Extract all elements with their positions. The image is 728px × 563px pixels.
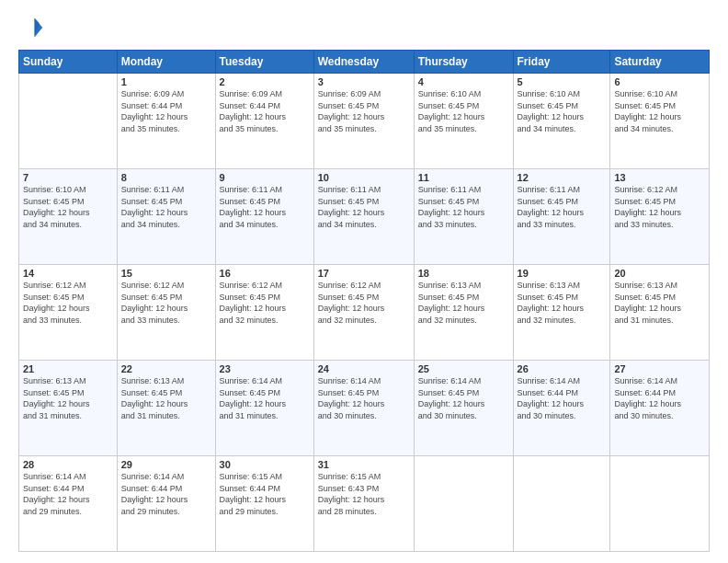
day-cell: 22Sunrise: 6:13 AM Sunset: 6:45 PM Dayli… xyxy=(117,361,215,456)
day-number: 1 xyxy=(121,76,211,87)
day-info: Sunrise: 6:15 AM Sunset: 6:43 PM Dayligh… xyxy=(318,471,410,517)
day-cell: 6Sunrise: 6:10 AM Sunset: 6:45 PM Daylig… xyxy=(610,74,710,169)
day-cell: 9Sunrise: 6:11 AM Sunset: 6:45 PM Daylig… xyxy=(215,169,313,265)
day-info: Sunrise: 6:12 AM Sunset: 6:45 PM Dayligh… xyxy=(318,280,410,326)
header-day-thursday: Thursday xyxy=(414,51,513,74)
day-cell: 14Sunrise: 6:12 AM Sunset: 6:45 PM Dayli… xyxy=(19,265,118,361)
day-number: 14 xyxy=(23,268,113,279)
day-cell: 29Sunrise: 6:14 AM Sunset: 6:44 PM Dayli… xyxy=(117,456,215,552)
day-cell: 4Sunrise: 6:10 AM Sunset: 6:45 PM Daylig… xyxy=(414,74,513,169)
day-info: Sunrise: 6:14 AM Sunset: 6:44 PM Dayligh… xyxy=(121,471,211,517)
day-info: Sunrise: 6:14 AM Sunset: 6:44 PM Dayligh… xyxy=(518,375,607,421)
day-info: Sunrise: 6:14 AM Sunset: 6:45 PM Dayligh… xyxy=(220,375,310,421)
week-row-2: 7Sunrise: 6:10 AM Sunset: 6:45 PM Daylig… xyxy=(19,169,710,265)
week-row-4: 21Sunrise: 6:13 AM Sunset: 6:45 PM Dayli… xyxy=(19,361,710,456)
day-info: Sunrise: 6:10 AM Sunset: 6:45 PM Dayligh… xyxy=(418,88,509,134)
day-cell xyxy=(610,456,710,552)
day-cell: 8Sunrise: 6:11 AM Sunset: 6:45 PM Daylig… xyxy=(117,169,215,265)
day-cell: 11Sunrise: 6:11 AM Sunset: 6:45 PM Dayli… xyxy=(414,169,513,265)
day-info: Sunrise: 6:13 AM Sunset: 6:45 PM Dayligh… xyxy=(418,280,509,326)
calendar-table: SundayMondayTuesdayWednesdayThursdayFrid… xyxy=(18,50,710,552)
header-day-friday: Friday xyxy=(513,51,610,74)
day-info: Sunrise: 6:09 AM Sunset: 6:45 PM Dayligh… xyxy=(318,88,410,134)
day-number: 19 xyxy=(518,268,607,279)
day-info: Sunrise: 6:09 AM Sunset: 6:44 PM Dayligh… xyxy=(121,88,211,134)
day-number: 2 xyxy=(220,76,310,87)
day-info: Sunrise: 6:13 AM Sunset: 6:45 PM Dayligh… xyxy=(518,280,607,326)
day-number: 30 xyxy=(220,459,310,470)
day-number: 18 xyxy=(418,268,509,279)
day-number: 17 xyxy=(318,268,410,279)
day-number: 11 xyxy=(418,172,509,183)
day-info: Sunrise: 6:11 AM Sunset: 6:45 PM Dayligh… xyxy=(418,184,509,230)
day-info: Sunrise: 6:11 AM Sunset: 6:45 PM Dayligh… xyxy=(518,184,607,230)
day-number: 12 xyxy=(518,172,607,183)
day-info: Sunrise: 6:10 AM Sunset: 6:45 PM Dayligh… xyxy=(518,88,607,134)
day-number: 22 xyxy=(121,363,211,374)
header-day-sunday: Sunday xyxy=(19,51,118,74)
day-cell: 24Sunrise: 6:14 AM Sunset: 6:45 PM Dayli… xyxy=(313,361,414,456)
header xyxy=(18,15,710,40)
day-info: Sunrise: 6:10 AM Sunset: 6:45 PM Dayligh… xyxy=(23,184,113,230)
day-cell: 17Sunrise: 6:12 AM Sunset: 6:45 PM Dayli… xyxy=(313,265,414,361)
day-number: 21 xyxy=(23,363,113,374)
calendar-body: 1Sunrise: 6:09 AM Sunset: 6:44 PM Daylig… xyxy=(19,74,710,552)
day-info: Sunrise: 6:12 AM Sunset: 6:45 PM Dayligh… xyxy=(220,280,310,326)
day-number: 16 xyxy=(220,268,310,279)
logo-icon xyxy=(18,15,44,40)
day-cell: 30Sunrise: 6:15 AM Sunset: 6:44 PM Dayli… xyxy=(215,456,313,552)
week-row-3: 14Sunrise: 6:12 AM Sunset: 6:45 PM Dayli… xyxy=(19,265,710,361)
day-cell: 31Sunrise: 6:15 AM Sunset: 6:43 PM Dayli… xyxy=(313,456,414,552)
header-row: SundayMondayTuesdayWednesdayThursdayFrid… xyxy=(19,51,710,74)
day-info: Sunrise: 6:13 AM Sunset: 6:45 PM Dayligh… xyxy=(121,375,211,421)
day-number: 10 xyxy=(318,172,410,183)
day-info: Sunrise: 6:14 AM Sunset: 6:44 PM Dayligh… xyxy=(614,375,705,421)
day-cell: 7Sunrise: 6:10 AM Sunset: 6:45 PM Daylig… xyxy=(19,169,118,265)
day-cell: 16Sunrise: 6:12 AM Sunset: 6:45 PM Dayli… xyxy=(215,265,313,361)
day-number: 27 xyxy=(614,363,705,374)
day-cell: 25Sunrise: 6:14 AM Sunset: 6:45 PM Dayli… xyxy=(414,361,513,456)
day-number: 9 xyxy=(220,172,310,183)
day-info: Sunrise: 6:09 AM Sunset: 6:44 PM Dayligh… xyxy=(220,88,310,134)
day-info: Sunrise: 6:15 AM Sunset: 6:44 PM Dayligh… xyxy=(220,471,310,517)
day-number: 5 xyxy=(518,76,607,87)
day-cell: 2Sunrise: 6:09 AM Sunset: 6:44 PM Daylig… xyxy=(215,74,313,169)
day-number: 4 xyxy=(418,76,509,87)
logo xyxy=(18,15,48,40)
day-info: Sunrise: 6:11 AM Sunset: 6:45 PM Dayligh… xyxy=(318,184,410,230)
day-number: 7 xyxy=(23,172,113,183)
day-cell xyxy=(414,456,513,552)
calendar: SundayMondayTuesdayWednesdayThursdayFrid… xyxy=(18,50,710,552)
day-number: 26 xyxy=(518,363,607,374)
header-day-tuesday: Tuesday xyxy=(215,51,313,74)
day-cell: 12Sunrise: 6:11 AM Sunset: 6:45 PM Dayli… xyxy=(513,169,610,265)
day-number: 23 xyxy=(220,363,310,374)
day-info: Sunrise: 6:13 AM Sunset: 6:45 PM Dayligh… xyxy=(23,375,113,421)
day-cell: 13Sunrise: 6:12 AM Sunset: 6:45 PM Dayli… xyxy=(610,169,710,265)
day-info: Sunrise: 6:10 AM Sunset: 6:45 PM Dayligh… xyxy=(614,88,705,134)
day-cell: 15Sunrise: 6:12 AM Sunset: 6:45 PM Dayli… xyxy=(117,265,215,361)
day-cell: 1Sunrise: 6:09 AM Sunset: 6:44 PM Daylig… xyxy=(117,74,215,169)
day-cell: 5Sunrise: 6:10 AM Sunset: 6:45 PM Daylig… xyxy=(513,74,610,169)
day-cell: 20Sunrise: 6:13 AM Sunset: 6:45 PM Dayli… xyxy=(610,265,710,361)
day-info: Sunrise: 6:14 AM Sunset: 6:45 PM Dayligh… xyxy=(318,375,410,421)
day-info: Sunrise: 6:12 AM Sunset: 6:45 PM Dayligh… xyxy=(23,280,113,326)
day-number: 8 xyxy=(121,172,211,183)
week-row-1: 1Sunrise: 6:09 AM Sunset: 6:44 PM Daylig… xyxy=(19,74,710,169)
day-cell: 26Sunrise: 6:14 AM Sunset: 6:44 PM Dayli… xyxy=(513,361,610,456)
day-number: 20 xyxy=(614,268,705,279)
day-cell xyxy=(513,456,610,552)
day-cell: 28Sunrise: 6:14 AM Sunset: 6:44 PM Dayli… xyxy=(19,456,118,552)
day-info: Sunrise: 6:12 AM Sunset: 6:45 PM Dayligh… xyxy=(121,280,211,326)
day-number: 3 xyxy=(318,76,410,87)
day-number: 6 xyxy=(614,76,705,87)
day-info: Sunrise: 6:14 AM Sunset: 6:44 PM Dayligh… xyxy=(23,471,113,517)
day-number: 31 xyxy=(318,459,410,470)
day-info: Sunrise: 6:13 AM Sunset: 6:45 PM Dayligh… xyxy=(614,280,705,326)
header-day-saturday: Saturday xyxy=(610,51,710,74)
page: SundayMondayTuesdayWednesdayThursdayFrid… xyxy=(0,0,728,563)
header-day-wednesday: Wednesday xyxy=(313,51,414,74)
day-info: Sunrise: 6:14 AM Sunset: 6:45 PM Dayligh… xyxy=(418,375,509,421)
day-info: Sunrise: 6:11 AM Sunset: 6:45 PM Dayligh… xyxy=(121,184,211,230)
day-info: Sunrise: 6:12 AM Sunset: 6:45 PM Dayligh… xyxy=(614,184,705,230)
